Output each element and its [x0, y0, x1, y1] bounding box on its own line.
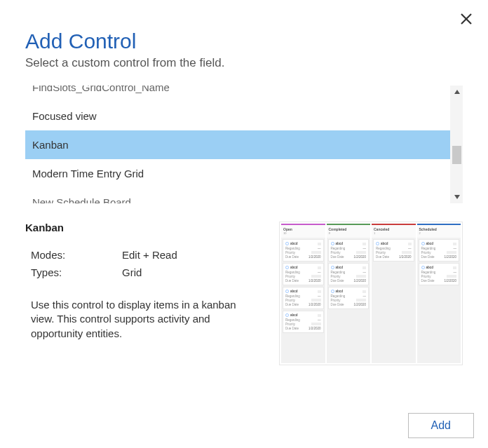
kanban-column: Completed3abcdRegarding—PriorityDue Date…	[327, 224, 371, 363]
dialog-title: Add Control	[25, 29, 463, 53]
kanban-column: Canceled1abcdRegarding—PriorityDue Date1…	[372, 224, 416, 363]
list-item[interactable]: Kanban	[25, 130, 450, 159]
chevron-down-icon	[454, 194, 461, 201]
details-text: Kanban Modes: Edit + Read Types: Grid Us…	[25, 222, 265, 365]
scroll-down-arrow[interactable]	[451, 191, 463, 203]
control-list-container: FindSlots_GridControl_NameFocused viewKa…	[25, 86, 463, 203]
types-label: Types:	[31, 266, 122, 278]
control-preview-image: Open10abcdRegarding—PriorityDue Date1/2/…	[279, 222, 463, 365]
modes-label: Modes:	[31, 249, 122, 261]
scrollbar[interactable]	[450, 86, 463, 203]
close-icon	[460, 13, 473, 25]
dialog-footer: Add	[408, 413, 474, 438]
control-details: Kanban Modes: Edit + Read Types: Grid Us…	[25, 222, 463, 365]
add-button[interactable]: Add	[408, 413, 474, 438]
scroll-thumb[interactable]	[452, 146, 461, 164]
detail-title: Kanban	[25, 222, 265, 233]
list-item[interactable]: Modern Time Entry Grid	[25, 159, 450, 188]
kanban-column: Scheduled2abcdRegarding—PriorityDue Date…	[417, 224, 461, 363]
list-item[interactable]: Focused view	[25, 102, 450, 130]
scroll-track[interactable]	[451, 98, 463, 191]
kanban-column: Open10abcdRegarding—PriorityDue Date1/2/…	[281, 224, 325, 363]
modes-row: Modes: Edit + Read	[25, 249, 265, 261]
modes-value: Edit + Read	[122, 249, 177, 261]
types-row: Types: Grid	[25, 266, 265, 278]
dialog-subtitle: Select a custom control from the field.	[25, 56, 463, 70]
types-value: Grid	[122, 266, 142, 278]
chevron-up-icon	[454, 88, 461, 95]
close-button[interactable]	[460, 13, 473, 25]
add-control-dialog: Add Control Select a custom control from…	[0, 0, 488, 448]
list-item[interactable]: New Schedule Board	[25, 188, 450, 203]
svg-marker-3	[454, 195, 460, 199]
scroll-up-arrow[interactable]	[451, 86, 463, 98]
list-item[interactable]: FindSlots_GridControl_Name	[25, 86, 450, 102]
detail-description: Use this control to display items in a k…	[31, 298, 248, 341]
control-list[interactable]: FindSlots_GridControl_NameFocused viewKa…	[25, 86, 450, 203]
svg-marker-2	[454, 90, 460, 94]
